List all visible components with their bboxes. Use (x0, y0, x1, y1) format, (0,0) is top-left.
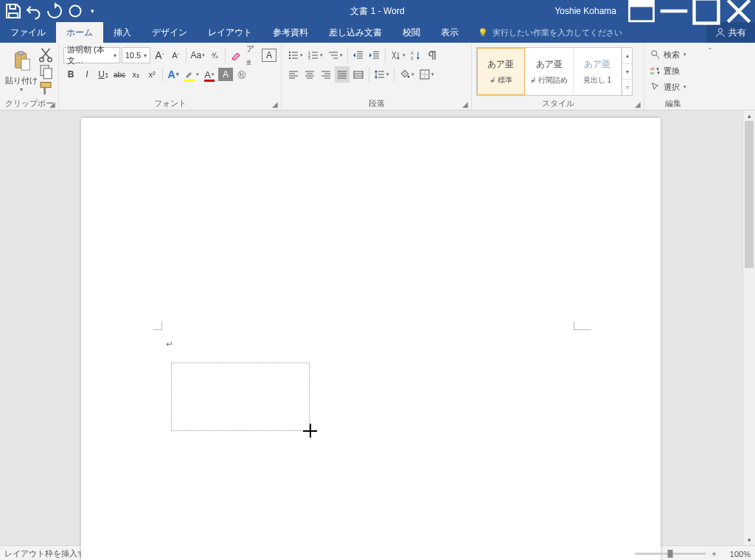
italic-button[interactable]: I (80, 66, 94, 83)
subscript-button[interactable]: x₂ (128, 66, 143, 83)
collapse-ribbon-button[interactable]: ˆ (702, 44, 718, 110)
group-styles: あア亜 ↲ 標準 あア亜 ↲ 行間詰め あア亜 見出し 1 ▴ ▾ ▿ スタイル (472, 44, 644, 110)
tab-review[interactable]: 校閲 (392, 22, 431, 43)
gallery-more[interactable]: ▿ (622, 80, 632, 95)
group-label-styles: スタイル (476, 97, 639, 110)
document-area[interactable]: ↵ ▴ ▾ (0, 111, 755, 545)
svg-point-14 (289, 55, 290, 56)
save-button[interactable] (4, 2, 22, 20)
style-nospace[interactable]: あア亜 ↲ 行間詰め (525, 48, 573, 95)
multilevel-button[interactable]: ▾ (326, 47, 344, 63)
copy-button[interactable] (38, 65, 54, 78)
tab-design[interactable]: デザイン (142, 22, 198, 43)
numbering-button[interactable]: 123▾ (306, 47, 324, 63)
show-marks-button[interactable] (425, 47, 439, 63)
grow-font-button[interactable]: Aˆ (152, 47, 167, 63)
underline-button[interactable]: U▾ (96, 66, 111, 83)
undo-button[interactable] (25, 2, 43, 20)
strike-button[interactable]: abc (112, 66, 127, 83)
tab-home[interactable]: ホーム (56, 22, 103, 43)
borders-button[interactable]: ▾ (417, 66, 436, 83)
maximize-button[interactable] (690, 0, 723, 22)
inc-indent-button[interactable] (367, 47, 382, 63)
font-color-button[interactable]: A▾ (202, 66, 217, 83)
scroll-down-button[interactable]: ▾ (743, 535, 755, 545)
svg-point-15 (289, 57, 290, 59)
replace-button[interactable]: abac置換 (649, 63, 697, 78)
zoom-slider[interactable] (635, 553, 706, 555)
text-effects-button[interactable]: A▾ (166, 66, 181, 83)
format-painter-button[interactable] (38, 82, 54, 95)
zoom-in-button[interactable]: ＋ (710, 548, 718, 559)
change-case-button[interactable]: Aa▾ (189, 47, 206, 63)
window-title: 文書 1 - Word (350, 5, 404, 18)
cut-button[interactable] (38, 48, 54, 61)
select-button[interactable]: 選択▾ (649, 80, 697, 94)
font-size-combo[interactable]: 10.5▾ (122, 47, 151, 63)
sort-button[interactable]: AZ (408, 47, 423, 63)
close-button[interactable] (723, 0, 755, 22)
font-dialog-launcher[interactable]: ◢ (271, 99, 279, 108)
ribbon: 貼り付け ▾ クリップボード ◢ 游明朝 (本文…▾ 10.5▾ Aˆ Aˇ A… (0, 43, 755, 111)
shading-button[interactable]: ▾ (397, 66, 416, 83)
scroll-thumb[interactable] (745, 121, 754, 268)
gallery-up[interactable]: ▴ (622, 48, 632, 64)
highlight-button[interactable]: ▾ (182, 66, 201, 83)
gallery-down[interactable]: ▾ (622, 64, 632, 80)
bullets-button[interactable]: ▾ (286, 47, 305, 63)
tab-view[interactable]: 表示 (431, 22, 469, 43)
tab-layout[interactable]: レイアウト (198, 22, 262, 43)
dec-indent-button[interactable] (351, 47, 366, 63)
shrink-font-button[interactable]: Aˇ (168, 47, 183, 63)
minimize-button[interactable] (658, 0, 690, 22)
style-heading1[interactable]: あア亜 見出し 1 (574, 48, 622, 95)
superscript-button[interactable]: x² (145, 66, 159, 83)
tab-mailings[interactable]: 差し込み文書 (319, 22, 392, 43)
lightbulb-icon: 💡 (478, 28, 488, 38)
justify-button[interactable] (335, 66, 349, 83)
svg-text:A: A (411, 51, 414, 55)
redo-button[interactable] (46, 2, 63, 20)
group-font: 游明朝 (本文…▾ 10.5▾ Aˆ Aˇ Aa▾ ᴬ⁄ₐ ア亜 A B I U… (59, 44, 282, 110)
insert-frame-drag-rect (171, 363, 310, 431)
tab-insert[interactable]: 挿入 (103, 22, 142, 43)
group-label-clipboard: クリップボード (4, 97, 54, 110)
tab-references[interactable]: 参考資料 (262, 22, 319, 43)
zoom-level[interactable]: 100% (723, 550, 751, 559)
enclosed-char-button[interactable]: ㊓ (234, 66, 249, 83)
find-button[interactable]: 検索▾ (649, 47, 697, 62)
bold-button[interactable]: B (63, 66, 78, 83)
paste-button[interactable] (10, 49, 32, 74)
qat-circle-button[interactable] (66, 2, 84, 20)
phonetic-guide-button[interactable]: ア亜 (245, 47, 260, 63)
clear-format-button[interactable] (229, 47, 243, 63)
svg-rect-11 (44, 68, 52, 78)
styles-dialog-launcher[interactable]: ◢ (633, 99, 642, 108)
ruby-button[interactable]: ᴬ⁄ₐ (207, 47, 222, 63)
tell-me-box[interactable]: 💡 実行したい作業を入力してください (469, 22, 631, 43)
share-label: 共有 (728, 27, 746, 39)
styles-gallery[interactable]: あア亜 ↲ 標準 あア亜 ↲ 行間詰め あア亜 見出し 1 ▴ ▾ ▿ (476, 47, 633, 96)
svg-rect-2 (630, 1, 654, 7)
qat-customize-button[interactable]: ▾ (87, 2, 97, 20)
asian-sort-button[interactable]: ▾ (389, 47, 407, 63)
user-name: Yoshie Kohama (546, 6, 625, 16)
vertical-scrollbar[interactable]: ▴ ▾ (742, 111, 755, 545)
clipboard-dialog-launcher[interactable]: ◢ (48, 99, 57, 108)
paragraph-dialog-launcher[interactable]: ◢ (461, 99, 470, 108)
char-shading-button[interactable]: A (218, 68, 233, 81)
align-right-button[interactable] (319, 66, 333, 83)
svg-point-21 (408, 76, 410, 78)
style-normal[interactable]: あア亜 ↲ 標準 (477, 48, 525, 95)
ribbon-display-button[interactable] (625, 0, 658, 22)
cursor-icon (650, 82, 661, 92)
tab-file[interactable]: ファイル (0, 22, 56, 43)
scroll-up-button[interactable]: ▴ (743, 111, 755, 121)
char-border-button[interactable]: A (262, 49, 276, 62)
align-left-button[interactable] (286, 66, 301, 83)
distribute-button[interactable] (351, 66, 366, 83)
line-spacing-button[interactable]: ▾ (372, 66, 391, 83)
group-clipboard: 貼り付け ▾ クリップボード ◢ (0, 44, 59, 110)
font-name-combo[interactable]: 游明朝 (本文…▾ (63, 47, 120, 63)
align-center-button[interactable] (302, 66, 317, 83)
